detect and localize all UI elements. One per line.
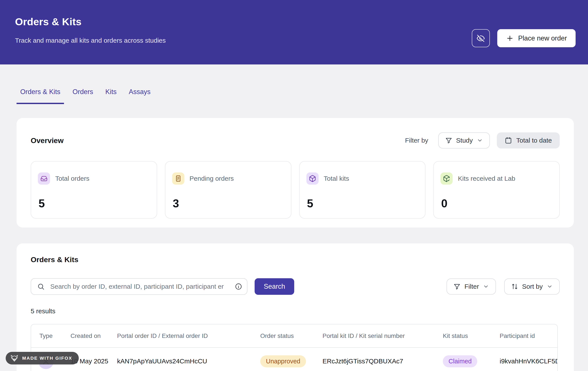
fox-icon — [10, 354, 19, 362]
search-input[interactable] — [31, 278, 247, 295]
column-header-type: Type — [39, 332, 71, 339]
chevron-down-icon — [547, 284, 553, 290]
filter-dropdown[interactable]: Filter — [447, 278, 496, 295]
overview-heading: Overview — [31, 136, 63, 145]
column-header-kit-status: Kit status — [443, 332, 500, 339]
eye-off-icon — [476, 34, 485, 43]
chevron-down-icon — [477, 137, 483, 143]
orders-table: Type Created on Portal order ID / Extern… — [31, 324, 558, 371]
funnel-icon — [445, 137, 452, 144]
tab-kits[interactable]: Kits — [102, 88, 120, 104]
package-check-icon — [441, 172, 453, 185]
column-header-portal-kit-id: Portal kit ID / Kit serial number — [323, 332, 443, 339]
tab-assays[interactable]: Assays — [125, 88, 154, 104]
total-to-date-label: Total to date — [516, 137, 552, 144]
cell-portal-kit-id: ERcJzt6jGTiss7QDBUXAc7 — [323, 358, 443, 365]
search-icon — [37, 283, 45, 290]
stat-card-kits-received: Kits received at Lab 0 — [433, 161, 560, 219]
stat-label: Total kits — [324, 175, 349, 182]
overview-controls: Filter by Study — [405, 132, 560, 148]
stat-label: Total orders — [55, 175, 89, 182]
column-header-participant-id: Participant id — [500, 332, 557, 339]
stat-value: 3 — [173, 197, 179, 210]
made-with-gifox-badge: MADE WITH GIFOX — [6, 352, 79, 364]
cell-portal-order-id: kAN7pApYaUUAvs24CmHcCU — [117, 358, 260, 365]
tab-bar: Orders & Kits Orders Kits Assays — [17, 88, 588, 104]
cell-participant-id: i9kvahHnVK6CLF5D — [500, 358, 557, 365]
page-title: Orders & Kits — [15, 16, 166, 28]
inbox-icon — [38, 172, 50, 185]
results-count: 5 results — [31, 307, 560, 315]
chevron-down-icon — [483, 284, 489, 290]
tab-orders[interactable]: Orders — [69, 88, 97, 104]
page-subtitle: Track and manage all kits and orders acr… — [15, 37, 166, 44]
stat-card-pending-orders: Pending orders 3 — [165, 161, 291, 219]
study-filter-dropdown[interactable]: Study — [438, 132, 490, 148]
table-header-row: Type Created on Portal order ID / Extern… — [31, 324, 557, 348]
hide-values-button[interactable] — [472, 29, 490, 47]
pending-document-icon — [172, 172, 184, 185]
made-with-gifox-label: MADE WITH GIFOX — [22, 356, 72, 361]
plus-icon — [506, 34, 514, 42]
order-status-badge: Unapproved — [260, 355, 306, 367]
package-icon — [306, 172, 319, 185]
total-to-date-button[interactable]: Total to date — [497, 132, 560, 148]
sort-by-dropdown[interactable]: Sort by — [504, 278, 560, 295]
search-row: Search Filter — [31, 278, 560, 295]
column-header-created-on: Created on — [71, 332, 117, 339]
stat-value: 5 — [307, 197, 313, 210]
page-header-text: Orders & Kits Track and manage all kits … — [15, 16, 166, 64]
sort-by-label: Sort by — [522, 283, 543, 290]
search-button[interactable]: Search — [255, 278, 294, 295]
table-row[interactable]: 10 May 2025 kAN7pApYaUUAvs24CmHcCU Unapp… — [31, 348, 557, 371]
stats-row: Total orders 5 Pending ord — [31, 161, 560, 219]
filter-by-label: Filter by — [405, 137, 428, 144]
overview-panel: Overview Filter by Study — [17, 118, 574, 228]
orders-kits-panel: Orders & Kits Search — [17, 244, 574, 371]
column-header-portal-order-id: Portal order ID / External order ID — [117, 332, 260, 339]
place-new-order-label: Place new order — [518, 34, 567, 42]
stat-card-total-orders: Total orders 5 — [31, 161, 157, 219]
funnel-icon — [453, 283, 461, 290]
orders-kits-heading: Orders & Kits — [31, 255, 560, 264]
place-new-order-button[interactable]: Place new order — [497, 29, 576, 47]
stat-value: 5 — [39, 197, 45, 210]
stat-label: Pending orders — [189, 175, 234, 182]
stat-value: 0 — [441, 197, 447, 210]
stat-card-total-kits: Total kits 5 — [299, 161, 426, 219]
column-header-order-status: Order status — [260, 332, 323, 339]
page-header: Orders & Kits Track and manage all kits … — [0, 0, 588, 64]
orders-kits-page: Orders & Kits Track and manage all kits … — [0, 0, 588, 371]
arrow-up-down-icon — [511, 283, 518, 290]
kit-status-badge: Claimed — [443, 355, 477, 367]
study-filter-label: Study — [456, 137, 473, 144]
info-icon[interactable] — [235, 283, 242, 290]
calendar-icon — [505, 137, 512, 144]
header-actions: Place new order — [472, 29, 576, 64]
stat-label: Kits received at Lab — [458, 175, 515, 182]
tab-orders-and-kits[interactable]: Orders & Kits — [17, 88, 64, 104]
filter-label: Filter — [464, 283, 479, 290]
search-box — [31, 278, 247, 295]
